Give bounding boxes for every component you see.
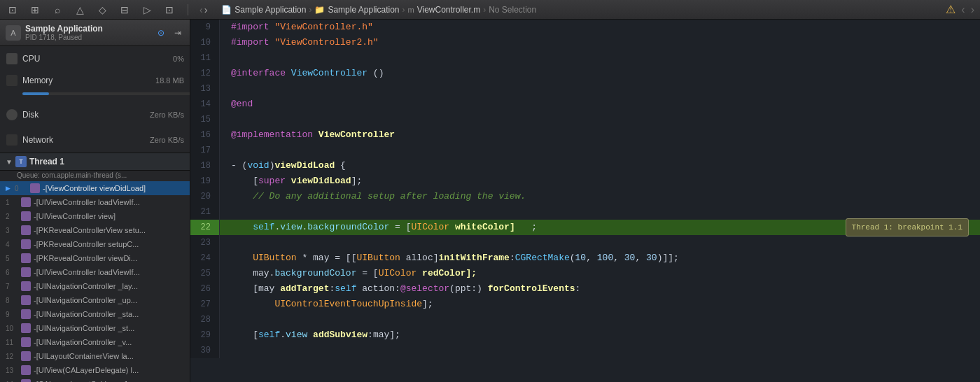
breadcrumb-file[interactable]: ViewController.m [417, 5, 480, 15]
line-number: 9 [190, 20, 220, 35]
thread-expand-icon[interactable]: ▼ [6, 158, 13, 166]
toolbar-nav-right[interactable]: › [971, 3, 974, 16]
line-number: 30 [190, 343, 220, 358]
stack-frame-4[interactable]: 4-[PKRevealController setupC... [0, 237, 190, 251]
disk-label: Disk [22, 110, 146, 120]
stack-frame-11[interactable]: 11-[UINavigationController _v... [0, 335, 190, 349]
frame-icon [21, 309, 31, 319]
memory-bar-container [22, 92, 190, 95]
line-content[interactable]: // Do any additional setup after loading… [220, 189, 980, 204]
line-content[interactable]: #import "ViewController.h" [220, 20, 980, 35]
stack-frame-5[interactable]: 5-[PKRevealController viewDi... [0, 251, 190, 265]
warning-icon[interactable]: △ [73, 3, 87, 17]
line-content[interactable]: UIButton * may = [[UIButton alloc]initWi… [220, 250, 980, 266]
breadcrumb-file-icon: 📄 [221, 5, 232, 15]
code-line-20: 20 // Do any additional setup after load… [190, 189, 980, 204]
step-button[interactable]: ⇥ [172, 27, 184, 39]
memory-top: Memory 18.8 MB [6, 74, 184, 87]
frame-name: -[UINavigationController _lay... [34, 282, 184, 290]
stack-frame-9[interactable]: 9-[UINavigationController _sta... [0, 307, 190, 321]
line-number: 12 [190, 66, 220, 81]
resume-button[interactable]: ⊙ [155, 27, 167, 39]
line-content[interactable]: UIControlEventTouchUpInside]; [220, 297, 980, 312]
code-line-23: 23 [190, 235, 980, 250]
toolbar-nav-left[interactable]: ‹ [961, 3, 965, 16]
stack-frame-6[interactable]: 6-[UIViewController loadViewIf... [0, 265, 190, 279]
frame-index: 9 [6, 311, 18, 318]
line-number: 15 [190, 112, 220, 127]
breadcrumb-folder[interactable]: Sample Application [328, 5, 399, 15]
app-controls: ⊙ ⇥ [155, 27, 184, 39]
thread-section: ▼ T Thread 1 Queue: com.apple.main-threa… [0, 153, 190, 382]
code-line-18: 18- (void)viewDidLoad { [190, 158, 980, 174]
stack-frames: 0-[ViewController viewDidLoad]1-[UIViewC… [0, 181, 190, 382]
line-number: 14 [190, 97, 220, 112]
line-number: 23 [190, 235, 220, 250]
line-content[interactable]: [super viewDidLoad]; [220, 174, 980, 189]
line-content[interactable]: may.backgroundColor = [UIColor redColor]… [220, 266, 980, 281]
layout-icon[interactable]: ⊟ [118, 3, 132, 17]
line-number: 28 [190, 312, 220, 327]
frame-icon [21, 239, 31, 249]
breadcrumb-project[interactable]: Sample Application [234, 5, 306, 15]
bookmark-icon[interactable]: ◇ [95, 3, 109, 17]
stack-frame-2[interactable]: 2-[UIViewController view] [0, 209, 190, 223]
resource-section: CPU 0% Memory 18.8 MB [0, 46, 190, 153]
stack-frame-8[interactable]: 8-[UINavigationController _up... [0, 293, 190, 307]
line-number: 21 [190, 204, 220, 220]
message-icon[interactable]: ⊡ [162, 3, 176, 17]
app-pid: PID 1718, Paused [25, 34, 150, 41]
code-line-11: 11 [190, 50, 980, 66]
search-icon[interactable]: ⌕ [50, 3, 64, 17]
line-number: 20 [190, 189, 220, 204]
nav-forward-arrow[interactable]: › [204, 4, 208, 15]
code-line-14: 14@end [190, 97, 980, 112]
network-label: Network [22, 135, 146, 145]
forward-icon[interactable]: ▷ [140, 3, 154, 17]
frame-icon [21, 337, 31, 347]
frame-name: -[UIViewController loadViewIf... [34, 268, 184, 276]
frame-index: 5 [6, 255, 18, 262]
line-content[interactable]: [may addTarget:self action:@selector(ppt… [220, 281, 980, 297]
frame-name: -[PKRevealControllerView setu... [34, 226, 184, 234]
code-container[interactable]: 9#import "ViewController.h"10#import "Vi… [190, 20, 980, 382]
line-number: 19 [190, 174, 220, 189]
frame-index: 12 [6, 353, 18, 360]
stack-frame-10[interactable]: 10-[UINavigationController _st... [0, 321, 190, 335]
stack-frame-12[interactable]: 12-[UILayoutContainerView la... [0, 349, 190, 363]
stack-frame-14[interactable]: 14-[CALayer layoutSublayers] [0, 377, 190, 382]
thread-header[interactable]: ▼ T Thread 1 [0, 153, 190, 171]
cpu-row[interactable]: CPU 0% [0, 46, 190, 71]
network-row[interactable]: Network Zero KB/s [0, 127, 190, 153]
line-content[interactable]: @interface ViewController () [220, 66, 980, 81]
frame-icon [21, 281, 31, 291]
line-content[interactable]: @end [220, 97, 980, 112]
stack-frame-1[interactable]: 1-[UIViewController loadViewIf... [0, 195, 190, 209]
frame-icon [21, 253, 31, 263]
memory-row[interactable]: Memory 18.8 MB [0, 71, 190, 102]
code-line-27: 27 UIControlEventTouchUpInside]; [190, 297, 980, 312]
stack-frame-7[interactable]: 7-[UINavigationController _lay... [0, 279, 190, 293]
grid-icon[interactable]: ⊞ [28, 3, 42, 17]
code-line-13: 13 [190, 81, 980, 97]
disk-row[interactable]: Disk Zero KB/s [0, 102, 190, 127]
line-content[interactable]: @implementation ViewController [220, 127, 980, 143]
editor: 9#import "ViewController.h"10#import "Vi… [190, 20, 980, 382]
frame-name: -[UINavigationController _up... [34, 296, 184, 304]
line-content[interactable]: [self.view addSubview:may]; [220, 327, 980, 343]
app-icon: A [6, 25, 21, 41]
code-line-24: 24 UIButton * may = [[UIButton alloc]ini… [190, 250, 980, 266]
open-icon[interactable]: ⊡ [6, 3, 20, 17]
breadcrumb-m-icon: m [408, 6, 414, 14]
frame-index: 7 [6, 283, 18, 290]
line-content[interactable]: #import "ViewController2.h" [220, 35, 980, 50]
stack-frame-0[interactable]: 0-[ViewController viewDidLoad] [0, 181, 190, 195]
nav-back-arrow[interactable]: ‹ [200, 4, 203, 15]
stack-frame-13[interactable]: 13-[UIView(CALayerDelegate) l... [0, 363, 190, 377]
main-area: A Sample Application PID 1718, Paused ⊙ … [0, 20, 980, 382]
stack-frame-3[interactable]: 3-[PKRevealControllerView setu... [0, 223, 190, 237]
frame-index: 1 [6, 199, 18, 206]
code-line-30: 30 [190, 343, 980, 358]
line-content[interactable]: - (void)viewDidLoad { [220, 158, 980, 174]
sidebar: A Sample Application PID 1718, Paused ⊙ … [0, 20, 190, 382]
